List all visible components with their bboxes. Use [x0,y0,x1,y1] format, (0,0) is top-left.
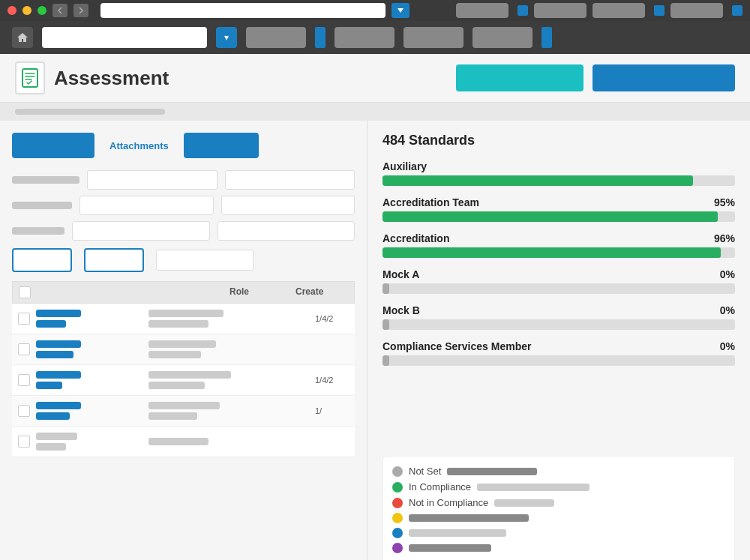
nav-tab-2[interactable] [334,27,394,48]
action-btn-1[interactable] [12,248,72,272]
legend-bar-not-set [447,468,537,475]
header-action-btn-2[interactable] [592,64,735,91]
legend-bar-blue [409,529,506,537]
nav-tab-4[interactable] [472,27,532,48]
legend-bar-yellow [409,514,529,522]
legend-bar-purple [409,544,491,552]
right-panel: 484 Standards Auxiliary Accreditation Te… [368,121,750,560]
close-button[interactable] [8,6,16,15]
row-cell-role-3 [148,371,231,379]
toolbar-btn-4[interactable] [670,3,723,18]
field-input-2[interactable] [225,170,356,190]
action-btn-2[interactable] [84,248,144,272]
svg-rect-0 [22,69,38,87]
form-row-1 [12,170,355,190]
standard-name-accreditation-team: Accreditation Team [382,196,479,208]
breadcrumb [0,103,750,121]
search-input[interactable] [156,250,254,271]
standard-item-mock-a: Mock A 0% [382,268,735,294]
toolbar-btn-blue-2[interactable] [654,5,664,16]
form-row-3 [12,221,355,241]
minimize-button[interactable] [22,6,32,15]
row-checkbox-3[interactable] [18,374,30,386]
form-section-1 [12,170,355,241]
row-cell-name-4 [36,402,81,409]
nav-tab-1[interactable] [246,27,306,48]
toolbar-btn-1[interactable] [456,3,508,18]
home-icon[interactable] [12,27,33,48]
bar-fill-accreditation-team [382,211,718,222]
maximize-button[interactable] [38,6,46,15]
legend-label-not-set: Not Set [409,466,441,477]
nav-tab-3[interactable] [404,27,464,48]
nav-dropdown-arrow[interactable]: ▾ [216,27,237,48]
row-cell-name-3 [36,371,81,379]
bar-track-accreditation[interactable] [382,247,735,258]
row-cell-role-2 [148,340,216,348]
form-row-2 [12,196,355,215]
row-cell-name-5 [36,433,77,440]
address-dropdown[interactable] [392,3,410,18]
table-row [12,334,355,365]
field-input-3[interactable] [80,196,214,215]
table-row: 1/4/2 [12,304,355,334]
toolbar-btn-3[interactable] [592,3,645,18]
bar-fill-accreditation [382,247,721,258]
row-checkbox-5[interactable] [18,436,30,448]
row-cell-date-3: 1/4/2 [315,376,349,385]
row-cell-sub-4 [36,412,70,420]
address-bar[interactable] [100,3,386,18]
standard-item-mock-b: Mock B 0% [382,304,735,330]
tab-other[interactable] [184,133,259,158]
row-checkbox-1[interactable] [18,313,30,325]
legend-dot-not-in-compliance [392,498,403,508]
row-checkbox-4[interactable] [18,405,30,417]
field-input-6[interactable] [218,221,356,241]
field-input-4[interactable] [221,196,356,215]
legend-label-in-compliance: In Compliance [409,481,471,493]
row-cell-role-1 [148,310,224,317]
standard-row-mock-a: Mock A 0% [382,268,735,280]
row-cell-date-4: 1/ [315,406,349,415]
tab-attachments[interactable]: Attachments [98,133,181,158]
toolbar-btn-blue-1[interactable] [518,5,528,16]
legend-row-purple [392,543,725,553]
standard-name-mock-a: Mock A [382,268,419,280]
row-cell-sub-1 [36,320,66,328]
legend-bar-in-compliance [477,484,590,491]
nav-tab-indicator-1 [315,27,326,48]
nav-search-input[interactable] [42,27,207,48]
field-input-1[interactable] [87,170,218,190]
tab-main[interactable] [12,133,94,158]
legend-bar-not-in-compliance [494,499,554,507]
standard-pct-compliance-services: 0% [720,340,735,352]
row-cell-role-sub-2 [148,351,201,358]
legend-label-not-in-compliance: Not in Compliance [409,497,488,508]
standard-pct-accreditation: 96% [714,232,735,244]
row-checkbox-2[interactable] [18,343,30,355]
header-action-btn-1[interactable] [456,64,584,91]
table-row: 1/ [12,396,355,427]
row-cell-date-1: 1/4/2 [315,314,349,323]
legend-row-in-compliance: In Compliance [392,481,725,493]
select-all-checkbox[interactable] [19,286,31,298]
row-cell-sub-3 [36,382,62,389]
toolbar-btn-blue-3[interactable] [732,5,742,16]
back-button[interactable] [52,4,68,17]
standard-item-accreditation: Accreditation 96% [382,232,735,258]
standard-name-auxiliary: Auxiliary [382,160,427,172]
toolbar-btn-2[interactable] [534,3,586,18]
field-label-1 [12,176,80,184]
legend-dot-in-compliance [392,482,403,493]
breadcrumb-line [15,109,165,115]
table-row: 1/4/2 [12,365,355,396]
assessment-icon [15,61,45,94]
forward-button[interactable] [74,4,88,17]
row-cell-role-sub-3 [148,382,205,389]
field-input-5[interactable] [72,221,210,241]
bar-fill-compliance-services [382,355,389,366]
legend-dot-blue [392,528,403,538]
row-cell-role-sub-4 [148,412,197,420]
bar-track-mock-b [382,319,735,330]
legend-row-not-set: Not Set [392,466,725,477]
